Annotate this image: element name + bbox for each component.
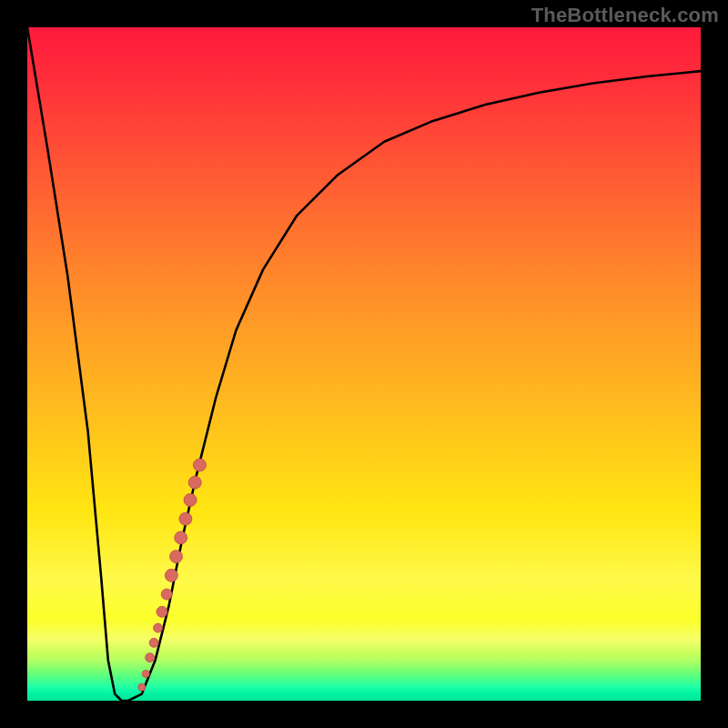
chart-plot-area	[27, 27, 701, 701]
highlighted-point	[146, 653, 155, 662]
chart-overlay	[27, 27, 701, 701]
bottleneck-curve	[27, 27, 701, 701]
highlighted-point	[184, 493, 197, 506]
highlighted-point	[149, 638, 158, 647]
highlighted-point	[193, 459, 206, 471]
highlighted-point	[154, 623, 163, 632]
highlighted-point	[165, 569, 177, 581]
highlighted-point	[175, 531, 187, 544]
chart-frame: TheBottleneck.com	[0, 0, 728, 728]
highlighted-point	[157, 606, 167, 617]
highlighted-point	[138, 683, 146, 691]
highlighted-point	[170, 551, 183, 563]
watermark-text: TheBottleneck.com	[531, 4, 719, 27]
highlighted-point	[142, 670, 149, 677]
highlighted-point	[179, 512, 192, 525]
highlighted-point	[188, 476, 201, 489]
highlighted-points-group	[138, 459, 207, 691]
highlighted-point	[161, 589, 172, 600]
